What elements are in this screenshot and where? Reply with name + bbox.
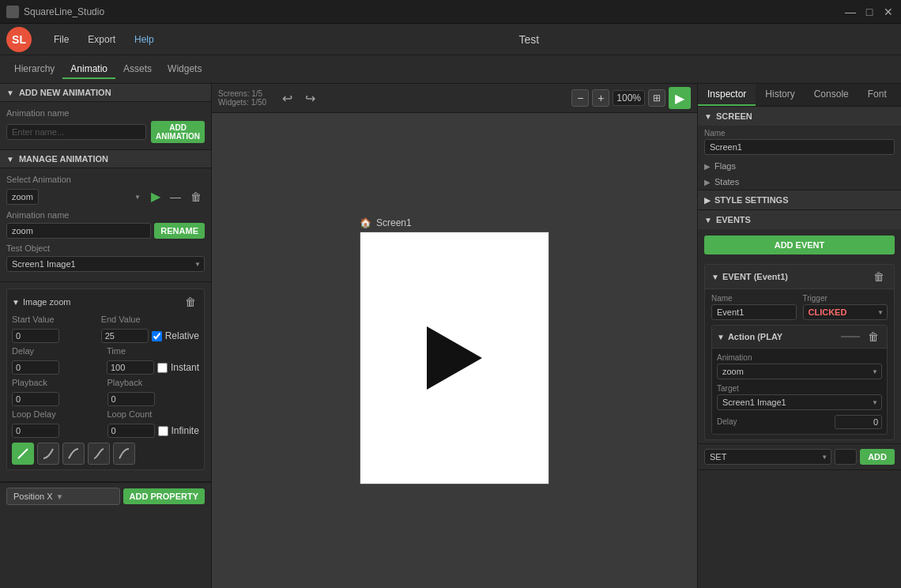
arrow-icon-8: ▼ — [704, 216, 712, 224]
end-value-input[interactable] — [101, 329, 149, 343]
action-delay-input[interactable] — [835, 415, 882, 429]
event-block: ▼ EVENT (Event1) 🗑 Name — [704, 264, 895, 440]
tab-assets[interactable]: Assets — [115, 60, 160, 79]
relative-checkbox[interactable] — [152, 331, 162, 341]
add-event-button[interactable]: ADD EVENT — [704, 236, 895, 254]
type-select[interactable] — [835, 449, 857, 465]
end-value-label: End Value — [101, 315, 199, 324]
close-button[interactable]: ✕ — [882, 6, 895, 18]
tab-hierarchy[interactable]: Hierarchy — [6, 60, 62, 79]
loop-count-input[interactable] — [107, 424, 155, 438]
instant-checkbox-group[interactable]: Instant — [157, 362, 199, 373]
run-button[interactable]: ▶ — [669, 87, 691, 109]
add-animation-button[interactable]: ADD ANIMATION — [151, 121, 205, 143]
action-animation-select[interactable]: zoom — [717, 364, 882, 379]
add-property-button[interactable]: ADD PROPERTY — [123, 488, 205, 504]
redo-button[interactable]: ↪ — [302, 89, 319, 107]
zoom-in-button[interactable]: + — [592, 89, 609, 107]
states-row[interactable]: ▶ States — [698, 174, 901, 190]
add-action-button[interactable]: ADD — [860, 449, 895, 465]
test-object-select[interactable]: Screen1 Image1 — [6, 256, 205, 272]
play-animation-button[interactable]: ▶ — [148, 187, 164, 205]
curve-buttons — [12, 443, 199, 465]
delete-zoom-button[interactable]: 🗑 — [182, 294, 199, 310]
tab-inspector[interactable]: Inspector — [698, 84, 756, 106]
events-header[interactable]: ▼ EVENTS — [698, 210, 901, 229]
screen-name-input[interactable] — [704, 139, 895, 155]
left-panel: ▼ ADD NEW ANIMATION Animation name ADD A… — [0, 84, 212, 588]
delay-input[interactable] — [12, 360, 59, 375]
delete-event-button[interactable]: 🗑 — [870, 269, 888, 285]
screen-section-header[interactable]: ▼ SCREEN — [698, 107, 901, 126]
instant-checkbox[interactable] — [157, 363, 168, 373]
infinite-checkbox-group[interactable]: Infinite — [158, 425, 199, 436]
tab-widgets[interactable]: Widgets — [160, 60, 209, 79]
flags-row[interactable]: ▶ Flags — [698, 158, 901, 174]
curve-ease-out-button[interactable] — [62, 443, 85, 465]
curve-linear-button[interactable] — [12, 443, 34, 465]
tab-animation[interactable]: Animatio — [62, 60, 115, 79]
style-settings-header[interactable]: ▶ STYLE SETTINGS — [698, 190, 901, 209]
style-settings-section: ▶ STYLE SETTINGS — [698, 190, 901, 210]
action-delay-label: Delay — [717, 417, 737, 426]
right-tabs: Inspector History Console Font — [698, 84, 901, 107]
animation-name-input[interactable] — [6, 124, 146, 140]
event-header-left: ▼ EVENT (Event1) — [711, 272, 788, 281]
screens-value: 1/5 — [251, 89, 262, 98]
add-animation-header[interactable]: ▼ ADD NEW ANIMATION — [0, 84, 211, 102]
action-select-bottom[interactable]: SET — [704, 449, 831, 465]
curve-ease-in-out-button[interactable] — [88, 443, 110, 465]
animation-select[interactable]: zoom — [6, 189, 39, 205]
export-menu[interactable]: Export — [78, 31, 125, 48]
arrow-icon-6: ▶ — [704, 178, 711, 187]
curve-ease-in-button[interactable] — [37, 443, 59, 465]
flags-label: Flags — [714, 161, 736, 171]
infinite-checkbox[interactable] — [158, 426, 168, 436]
screen-name-field: Name — [698, 126, 901, 158]
time-input[interactable] — [107, 360, 154, 375]
add-animation-title: ADD NEW ANIMATION — [19, 88, 111, 97]
loop-delay-input[interactable] — [12, 424, 59, 438]
time-group: Time Instant — [107, 346, 199, 375]
rename-button[interactable]: RENAME — [154, 223, 205, 239]
event-name-input[interactable] — [711, 304, 797, 320]
minimize-button[interactable]: — — [844, 6, 857, 18]
playback-count-group: Playback — [12, 378, 104, 406]
manage-animation-title: MANAGE ANIMATION — [19, 154, 108, 164]
target-select[interactable]: Screen1 Image1 — [717, 394, 882, 410]
delete-animation-button[interactable]: 🗑 — [187, 189, 205, 205]
tab-history[interactable]: History — [756, 84, 804, 106]
undo-button[interactable]: ↩ — [279, 89, 296, 107]
screen-section: ▼ SCREEN Name ▶ Flags ▶ States — [698, 107, 901, 190]
animation-rename-input[interactable] — [6, 223, 151, 239]
zoom-out-button[interactable]: − — [571, 89, 589, 107]
manage-animation-section: Select Animation zoom ▶ — 🗑 Animation na… — [0, 168, 211, 282]
tab-console[interactable]: Console — [805, 84, 858, 106]
event-name-label: Name — [711, 294, 797, 303]
playback-time-input[interactable] — [107, 392, 155, 406]
tab-font[interactable]: Font — [858, 84, 896, 106]
playback-count-input[interactable] — [12, 392, 59, 406]
start-value-input[interactable] — [12, 329, 59, 343]
position-x-dropdown[interactable]: Position X ▼ — [6, 488, 120, 505]
end-value-group: End Value Relative — [101, 315, 199, 343]
right-panel: Inspector History Console Font ▼ SCREEN … — [697, 84, 901, 588]
event-name-field: Name — [711, 294, 797, 320]
trigger-select[interactable]: CLICKED — [803, 304, 888, 320]
states-label: States — [714, 177, 739, 187]
loop-delay-group: Loop Delay — [12, 409, 104, 438]
screen-canvas[interactable] — [360, 232, 549, 484]
relative-checkbox-group[interactable]: Relative — [152, 330, 199, 341]
delete-action-button[interactable]: 🗑 — [865, 329, 882, 345]
stop-animation-button[interactable]: — — [167, 189, 184, 205]
file-menu[interactable]: File — [44, 31, 78, 48]
maximize-button[interactable]: □ — [863, 6, 876, 18]
manage-animation-header[interactable]: ▼ MANAGE ANIMATION — [0, 150, 211, 168]
canvas-area: 🏠 Screen1 — [212, 113, 697, 588]
playback-time-group: Playback — [107, 378, 200, 406]
zoom-level[interactable]: 100% — [613, 90, 645, 106]
action-title: Action (PLAY — [728, 332, 782, 341]
help-menu[interactable]: Help — [125, 31, 164, 48]
curve-custom-button[interactable] — [113, 443, 135, 465]
fit-screen-button[interactable]: ⊞ — [648, 89, 665, 107]
